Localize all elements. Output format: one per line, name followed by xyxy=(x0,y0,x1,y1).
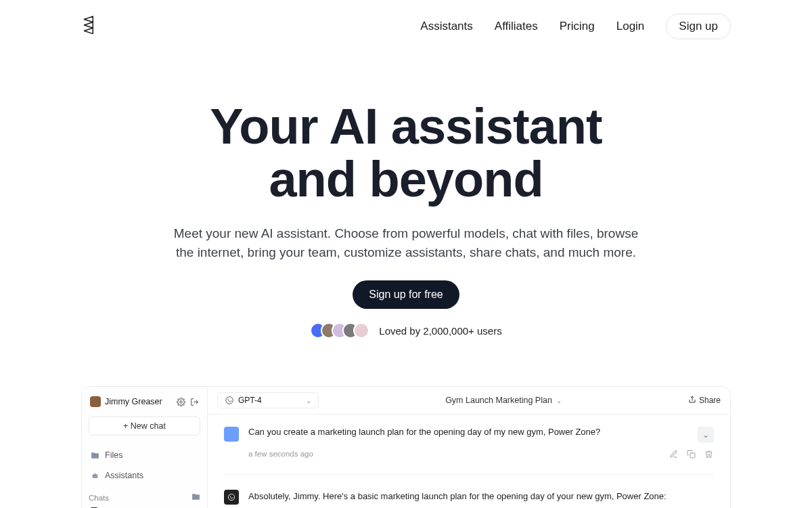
sidebar-chats-header: Chats xyxy=(89,486,200,503)
avatar-stack xyxy=(310,322,369,339)
sidebar: Jimmy Greaser + New chat Files Assistant… xyxy=(82,387,208,508)
add-folder-icon[interactable] xyxy=(191,492,200,503)
svg-rect-8 xyxy=(690,453,695,458)
expand-toggle[interactable]: ⌄ xyxy=(698,427,714,443)
hero-title: Your AI assistant and beyond xyxy=(81,100,731,205)
svg-point-4 xyxy=(95,475,96,476)
nav-pricing[interactable]: Pricing xyxy=(560,20,595,33)
user-name: Jimmy Greaser xyxy=(105,397,172,406)
model-selector[interactable]: GPT-4 ⌄ xyxy=(217,392,319,408)
cta-signup-free[interactable]: Sign up for free xyxy=(353,280,459,309)
chevron-down-icon: ⌄ xyxy=(556,397,562,404)
edit-icon[interactable] xyxy=(669,450,679,459)
user-avatar xyxy=(90,396,101,407)
svg-point-0 xyxy=(179,401,181,403)
chevron-down-icon: ⌄ xyxy=(702,430,709,440)
svg-point-6 xyxy=(226,397,233,404)
message-timestamp: a few seconds ago xyxy=(248,450,313,459)
hero-subtitle: Meet your new AI assistant. Choose from … xyxy=(169,224,643,261)
share-icon xyxy=(688,396,696,406)
nav-login[interactable]: Login xyxy=(616,20,645,33)
gear-icon[interactable] xyxy=(176,397,185,406)
chevron-down-icon: ⌄ xyxy=(306,397,311,404)
nav-assistants[interactable]: Assistants xyxy=(420,20,472,33)
new-chat-button[interactable]: + New chat xyxy=(89,417,200,436)
model-icon xyxy=(225,396,234,405)
logout-icon[interactable] xyxy=(189,397,199,406)
svg-point-3 xyxy=(93,475,94,476)
svg-rect-2 xyxy=(92,474,97,478)
social-proof-text: Loved by 2,000,000+ users xyxy=(379,325,501,337)
hero: Your AI assistant and beyond Meet your n… xyxy=(0,53,812,359)
ai-message-body: Absolutely, Jimmy. Here's a basic market… xyxy=(248,490,714,508)
folder-icon xyxy=(90,450,99,460)
logo[interactable] xyxy=(81,15,99,38)
ai-avatar xyxy=(224,490,239,505)
social-proof: Loved by 2,000,000+ users xyxy=(81,322,731,339)
app-preview: Jimmy Greaser + New chat Files Assistant… xyxy=(81,386,731,508)
sidebar-item-assistants[interactable]: Assistants xyxy=(89,465,200,486)
ai-message: Absolutely, Jimmy. Here's a basic market… xyxy=(224,474,714,508)
svg-point-9 xyxy=(228,494,234,501)
avatar xyxy=(353,322,369,339)
sidebar-item-files[interactable]: Files xyxy=(89,445,200,465)
robot-icon xyxy=(90,471,99,480)
signup-button[interactable]: Sign up xyxy=(666,14,731,39)
copy-icon[interactable] xyxy=(687,450,696,459)
user-message-avatar xyxy=(224,427,239,442)
share-button[interactable]: Share xyxy=(688,396,721,406)
user-message: Can you create a marketing launch plan f… xyxy=(224,427,714,443)
chat-item-coding[interactable]: Coding xyxy=(89,503,200,508)
trash-icon[interactable] xyxy=(704,450,714,459)
nav-affiliates[interactable]: Affiliates xyxy=(495,20,538,33)
chat-title[interactable]: Gym Launch Marketing Plan ⌄ xyxy=(327,396,680,405)
user-message-text: Can you create a marketing launch plan f… xyxy=(248,427,688,437)
model-name: GPT-4 xyxy=(238,396,262,405)
main-nav: Assistants Affiliates Pricing Login Sign… xyxy=(420,14,731,39)
